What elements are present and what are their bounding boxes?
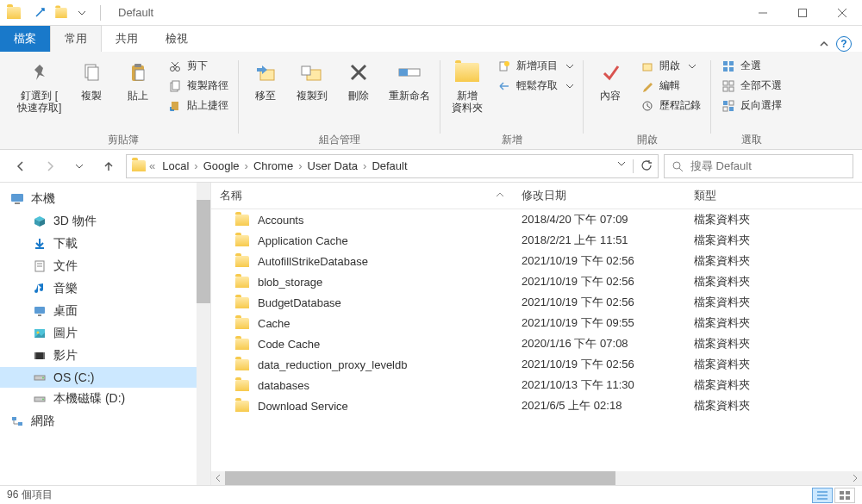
breadcrumb-google[interactable]: Google (200, 158, 243, 174)
search-box[interactable] (664, 154, 853, 178)
svg-point-18 (504, 61, 509, 66)
svg-rect-3 (88, 67, 98, 80)
svg-rect-16 (399, 69, 408, 76)
svg-rect-52 (12, 417, 16, 420)
address-dropdown-icon[interactable] (617, 159, 626, 168)
select-none-button[interactable]: 全部不選 (716, 77, 787, 95)
sidebar-item-label: OS (C:) (53, 370, 94, 384)
sidebar-item--[interactable]: 圖片 (0, 322, 210, 345)
cut-button[interactable]: 剪下 (163, 57, 234, 75)
refresh-button[interactable] (640, 159, 653, 171)
svg-rect-60 (846, 496, 850, 500)
sidebar-item-3d-[interactable]: 3D 物件 (0, 210, 210, 233)
select-all-button[interactable]: 全選 (716, 57, 787, 75)
delete-button[interactable]: 刪除 (337, 55, 380, 105)
edit-button[interactable]: 編輯 (635, 77, 706, 95)
qat-properties-button[interactable] (31, 3, 50, 22)
sidebar-item--[interactable]: 音樂 (0, 277, 210, 300)
breadcrumb-default[interactable]: Default (368, 158, 410, 174)
file-row[interactable]: databases2021/10/13 下午 11:30檔案資料夾 (211, 375, 862, 395)
paste-shortcut-button[interactable]: 貼上捷徑 (163, 96, 234, 115)
details-view-button[interactable] (812, 488, 833, 503)
qat-dropdown-button[interactable] (72, 3, 91, 22)
forward-button[interactable] (38, 154, 62, 178)
file-row[interactable]: Accounts2018/4/20 下午 07:09檔案資料夾 (211, 209, 862, 230)
minimize-button[interactable] (743, 0, 783, 26)
tab-share[interactable]: 共用 (102, 26, 152, 52)
tab-view[interactable]: 檢視 (152, 26, 202, 52)
file-row[interactable]: Cache2021/10/19 下午 09:55檔案資料夾 (211, 313, 862, 333)
folder-icon (235, 380, 249, 391)
file-row[interactable]: Download Service2021/6/5 上午 02:18檔案資料夾 (211, 395, 862, 416)
address-bar[interactable]: « Local›Google›Chrome›User Data›Default (126, 154, 659, 178)
new-folder-button[interactable]: 新增 資料夾 (446, 55, 489, 117)
sidebar-network[interactable]: 網路 (0, 410, 210, 432)
network-icon (10, 414, 24, 428)
svg-rect-31 (723, 107, 728, 111)
file-row[interactable]: blob_storage2021/10/19 下午 02:56檔案資料夾 (211, 271, 862, 292)
breadcrumb-chrome[interactable]: Chrome (250, 158, 297, 174)
sidebar-item--[interactable]: 影片 (0, 345, 210, 367)
thumbnails-view-button[interactable] (834, 488, 855, 503)
sidebar-scrollbar[interactable] (197, 183, 210, 485)
history-button[interactable]: 歷程記錄 (635, 96, 706, 115)
up-button[interactable] (97, 154, 121, 178)
open-button[interactable]: 開啟 (635, 57, 706, 75)
column-date[interactable]: 修改日期 (522, 188, 694, 203)
file-name: AutofillStrikeDatabase (258, 255, 368, 268)
file-row[interactable]: AutofillStrikeDatabase2021/10/19 下午 02:5… (211, 251, 862, 271)
folder-icon (235, 359, 249, 370)
maximize-button[interactable] (783, 0, 822, 26)
svg-point-33 (673, 162, 680, 169)
sidebar-item-os-c-[interactable]: OS (C:) (0, 367, 210, 388)
easy-access-button[interactable]: 輕鬆存取 (492, 77, 578, 95)
collapse-ribbon-icon[interactable] (819, 39, 829, 49)
svg-rect-6 (135, 70, 144, 80)
file-date: 2021/6/5 上午 02:18 (522, 398, 694, 414)
search-input[interactable] (690, 159, 846, 172)
sidebar-item--[interactable]: 桌面 (0, 300, 210, 322)
column-type[interactable]: 類型 (694, 188, 853, 203)
recent-dropdown-button[interactable] (67, 154, 91, 178)
svg-rect-42 (38, 314, 41, 316)
invert-selection-button[interactable]: 反向選擇 (716, 96, 787, 115)
file-row[interactable]: data_reduction_proxy_leveldb2021/10/19 下… (211, 354, 862, 375)
copy-button[interactable]: 複製 (70, 55, 113, 105)
file-date: 2021/10/19 下午 02:56 (522, 253, 694, 269)
svg-point-51 (42, 399, 44, 401)
new-item-button[interactable]: 新增項目 (492, 57, 578, 75)
cube-icon (33, 215, 47, 228)
move-to-button[interactable]: 移至 (244, 55, 287, 105)
tab-file[interactable]: 檔案 (0, 26, 50, 52)
column-name[interactable]: 名稱 (220, 188, 522, 203)
file-name: blob_storage (258, 276, 322, 289)
sidebar-this-pc[interactable]: 本機 (0, 188, 210, 210)
file-row[interactable]: Application Cache2018/2/21 上午 11:51檔案資料夾 (211, 230, 862, 251)
svg-rect-30 (729, 101, 734, 105)
sidebar-item-label: 3D 物件 (53, 214, 97, 229)
breadcrumb-local[interactable]: Local (159, 158, 192, 174)
paste-button[interactable]: 貼上 (116, 55, 159, 105)
properties-button[interactable]: 內容 (589, 55, 632, 105)
help-button[interactable]: ? (836, 36, 852, 52)
drive-icon (33, 370, 47, 384)
sidebar-item--[interactable]: 文件 (0, 255, 210, 277)
svg-rect-29 (723, 101, 728, 105)
pin-button[interactable]: 釘選到 [ 快速存取] (12, 55, 66, 117)
copy-to-button[interactable]: 複製到 (290, 55, 334, 105)
svg-rect-26 (729, 81, 734, 85)
breadcrumb-user-data[interactable]: User Data (304, 158, 362, 174)
file-row[interactable]: Code Cache2020/1/16 下午 07:08檔案資料夾 (211, 333, 862, 354)
back-button[interactable] (9, 154, 33, 178)
rename-button[interactable]: 重新命名 (384, 55, 435, 105)
qat-new-folder-button[interactable] (52, 3, 71, 22)
close-button[interactable] (822, 0, 862, 26)
svg-rect-36 (15, 202, 20, 204)
sidebar-item--[interactable]: 下載 (0, 233, 210, 255)
horizontal-scrollbar[interactable] (211, 471, 862, 485)
copy-path-button[interactable]: 複製路徑 (163, 77, 234, 95)
tab-home[interactable]: 常用 (50, 25, 102, 52)
sidebar-item--d-[interactable]: 本機磁碟 (D:) (0, 388, 210, 410)
file-row[interactable]: BudgetDatabase2021/10/19 下午 02:56檔案資料夾 (211, 292, 862, 313)
sidebar-item-label: 音樂 (53, 281, 78, 296)
